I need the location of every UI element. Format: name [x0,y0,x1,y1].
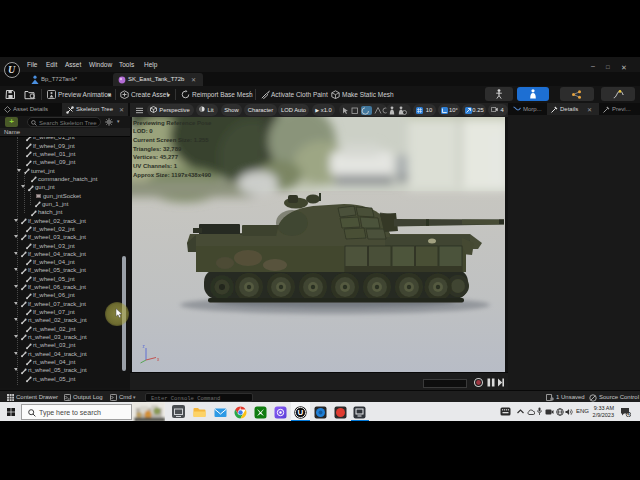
svg-text:U: U [298,408,304,417]
